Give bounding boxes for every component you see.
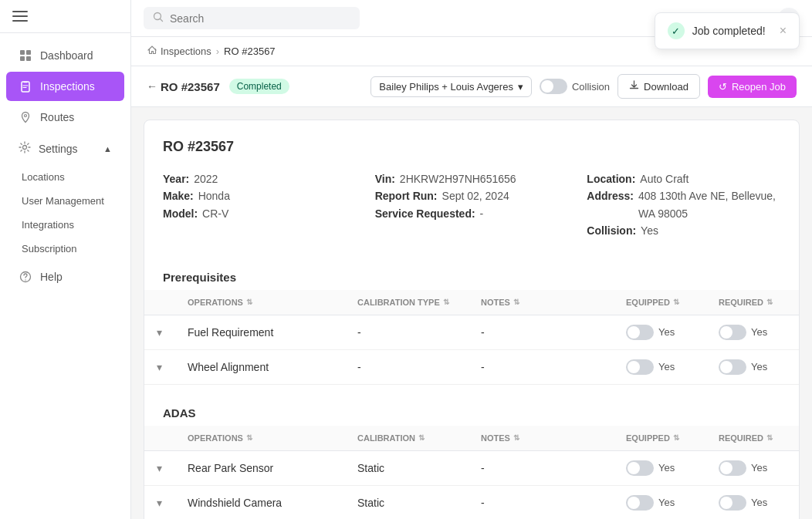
sidebar-item-routes[interactable]: Routes	[6, 103, 124, 132]
sidebar-label-inspections: Inspections	[40, 80, 95, 93]
prereq-equipped-header[interactable]: Equipped ⇅	[614, 290, 706, 315]
equipped-toggle[interactable]	[626, 460, 654, 476]
assignee-name: Bailey Philips + Louis Avgeres	[379, 81, 513, 93]
help-icon	[19, 270, 32, 284]
equipped-toggle-cell: Yes	[614, 349, 706, 384]
row-expand[interactable]: ▾	[144, 450, 175, 485]
adas-notes-header[interactable]: Notes ⇅	[469, 426, 614, 451]
toast-check-icon: ✓	[668, 22, 685, 39]
download-button[interactable]: Download	[617, 74, 700, 99]
collision-detail-value: Yes	[641, 222, 658, 239]
assignee-select[interactable]: Bailey Philips + Louis Avgeres ▾	[370, 76, 532, 97]
sidebar-item-user-management[interactable]: User Management	[22, 189, 130, 213]
collision-toggle[interactable]	[540, 79, 567, 94]
help-label: Help	[40, 271, 63, 283]
collision-detail-label: Collision:	[587, 222, 636, 239]
equipped-toggle[interactable]	[626, 359, 654, 375]
table-row: ▾ Wheel Alignment - - Yes Yes	[144, 349, 799, 384]
prereq-required-header[interactable]: Required ⇅	[706, 290, 799, 315]
prereq-expand-col	[144, 290, 175, 315]
sort-icon: ⇅	[673, 433, 679, 442]
row-expand[interactable]: ▾	[144, 349, 175, 384]
ro-year-row: Year: 2022 Make: Honda Model: CR-V	[163, 170, 357, 240]
breadcrumb-section: Inspections	[161, 45, 211, 57]
svg-rect-3	[26, 56, 31, 61]
sort-icon: ⇅	[513, 298, 519, 306]
ro-location-col: Location: Auto Craft Address: 408 130th …	[587, 170, 780, 240]
year-value: 2022	[194, 170, 218, 187]
service-requested-label: Service Requested:	[375, 205, 475, 222]
back-button[interactable]: ← RO #23567	[147, 80, 220, 93]
report-run-label: Report Run:	[375, 187, 438, 204]
sidebar-nav: Dashboard Inspections Routes Settings ▲	[0, 33, 130, 519]
toast-message: Job completed!	[692, 25, 766, 37]
sort-icon: ⇅	[246, 433, 252, 442]
equipped-toggle[interactable]	[626, 495, 654, 511]
adas-header-row: Operations ⇅ Calibration ⇅	[144, 426, 799, 451]
header-actions: Bailey Philips + Louis Avgeres ▾ Collisi…	[370, 74, 797, 99]
sidebar: Dashboard Inspections Routes Settings ▲	[0, 0, 131, 519]
search-input[interactable]	[170, 12, 350, 25]
required-toggle[interactable]	[719, 359, 746, 375]
sidebar-item-dashboard[interactable]: Dashboard	[6, 41, 124, 70]
sidebar-label-settings: Settings	[39, 143, 78, 155]
ro-card-title: RO #23567	[163, 139, 780, 155]
sidebar-label-dashboard: Dashboard	[40, 49, 93, 62]
make-label: Make:	[163, 187, 194, 204]
equipped-toggle[interactable]	[626, 325, 654, 340]
breadcrumb-separator: ›	[216, 45, 219, 57]
operation-name: Rear Park Sensor	[175, 450, 345, 485]
sidebar-item-subscription[interactable]: Subscription	[22, 237, 130, 261]
menu-toggle[interactable]	[12, 11, 28, 22]
sort-icon: ⇅	[513, 433, 519, 442]
collision-label: Collision	[572, 81, 610, 93]
reopen-label: Reopen Job	[732, 81, 786, 93]
adas-equipped-header[interactable]: Equipped ⇅	[614, 426, 706, 451]
required-toggle[interactable]	[719, 325, 746, 340]
row-expand[interactable]: ▾	[144, 315, 175, 349]
address-label: Address:	[587, 187, 634, 222]
search-box[interactable]	[144, 7, 360, 29]
table-row: ▾ Rear Park Sensor Static - Yes Yes	[144, 450, 799, 485]
prereq-operations-header[interactable]: Operations ⇅	[175, 290, 345, 315]
model-value: CR-V	[202, 205, 228, 222]
breadcrumb-home[interactable]: Inspections	[147, 45, 211, 58]
settings-icon	[19, 141, 31, 156]
page-header: ← RO #23567 Completed Bailey Philips + L…	[131, 66, 812, 107]
required-toggle-cell: Yes	[706, 315, 799, 349]
ro-details-card: RO #23567 Year: 2022 Make: Honda	[144, 120, 800, 519]
settings-submenu: Locations User Management Integrations S…	[22, 165, 130, 261]
sidebar-item-inspections[interactable]: Inspections	[6, 72, 124, 101]
prerequisites-header-row: Operations ⇅ Calibration Type ⇅	[144, 290, 799, 315]
sidebar-item-integrations[interactable]: Integrations	[22, 213, 130, 237]
required-toggle[interactable]	[719, 495, 746, 511]
toast-close-button[interactable]: ×	[780, 24, 787, 38]
notes-value: -	[469, 450, 614, 485]
sort-icon: ⇅	[673, 298, 679, 306]
prereq-calibration-header[interactable]: Calibration Type ⇅	[345, 290, 469, 315]
prereq-notes-header[interactable]: Notes ⇅	[469, 290, 614, 315]
sort-icon: ⇅	[418, 433, 425, 442]
sidebar-item-help[interactable]: Help	[6, 262, 124, 292]
ro-vin-col: Vin: 2HKRW2H97NH651656 Report Run: Sept …	[375, 170, 569, 240]
sidebar-item-locations[interactable]: Locations	[22, 165, 130, 189]
integrations-label: Integrations	[22, 219, 74, 231]
content-area: RO #23567 Year: 2022 Make: Honda	[131, 107, 812, 519]
map-icon	[19, 110, 32, 124]
chevron-up-icon: ▲	[103, 144, 112, 153]
reopen-button[interactable]: ↺ Reopen Job	[708, 76, 797, 98]
adas-title: ADAS	[144, 394, 799, 420]
adas-table: Operations ⇅ Calibration ⇅	[144, 426, 799, 519]
required-toggle-cell: Yes	[706, 349, 799, 384]
adas-operations-header[interactable]: Operations ⇅	[175, 426, 345, 451]
adas-calibration-header[interactable]: Calibration ⇅	[345, 426, 469, 451]
row-expand[interactable]: ▾	[144, 485, 175, 519]
sidebar-header	[0, 0, 130, 33]
back-arrow-icon: ←	[147, 80, 157, 93]
required-toggle[interactable]	[719, 460, 746, 476]
equipped-toggle-cell: Yes	[614, 315, 706, 349]
sidebar-item-settings[interactable]: Settings ▲	[6, 133, 124, 163]
adas-required-header[interactable]: Required ⇅	[706, 426, 799, 451]
card-inner: RO #23567 Year: 2022 Make: Honda	[144, 120, 799, 258]
reopen-icon: ↺	[719, 81, 727, 93]
